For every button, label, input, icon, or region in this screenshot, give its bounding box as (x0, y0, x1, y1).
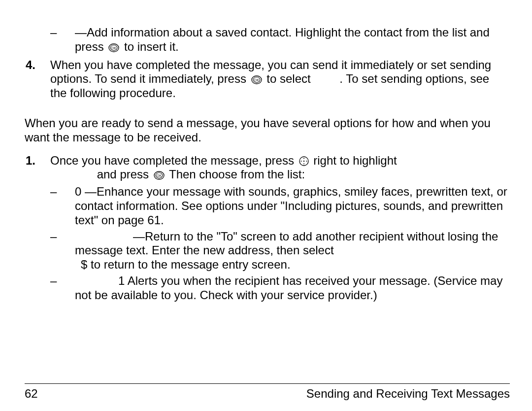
option-label: 1 (118, 274, 125, 287)
list-body: —Return to the "To" screen to add anothe… (75, 230, 507, 272)
text: and press (94, 168, 152, 181)
dash-marker: – (50, 26, 75, 40)
list-item: – —Return to the "To" screen to add anot… (50, 230, 507, 272)
svg-text:OK: OK (254, 78, 259, 82)
list-body: When you have completed the message, you… (50, 58, 507, 101)
svg-point-7 (303, 160, 304, 161)
list-item: 1. Once you have completed the message, … (25, 154, 507, 305)
ok-key-icon: OK (251, 75, 262, 84)
list-item: – —Add information about a saved contact… (50, 26, 507, 54)
page-footer: 62 Sending and Receiving Text Messages (25, 383, 510, 401)
text: to return to the message entry screen. (87, 258, 290, 271)
list-item: 4. When you have completed the message, … (25, 58, 507, 101)
dash-list: – 0 —Enhance your message with sounds, g… (50, 185, 507, 302)
svg-point-9 (303, 163, 304, 164)
list-marker: 4. (25, 58, 50, 72)
text: Then choose from the list: (166, 168, 305, 181)
page-content: – —Add information about a saved contact… (25, 26, 507, 377)
paragraph: When you are ready to send a message, yo… (25, 116, 507, 145)
list-marker: 1. (25, 154, 50, 168)
text: to select (264, 72, 314, 85)
symbol: $ (81, 258, 87, 271)
footer-rule (25, 383, 510, 384)
dash-list: – —Add information about a saved contact… (50, 26, 507, 54)
text: Once you have completed the message, pre… (50, 154, 298, 167)
ok-key-icon: OK (108, 43, 119, 52)
list-item: – 0 —Enhance your message with sounds, g… (50, 185, 507, 227)
document-page: – —Add information about a saved contact… (0, 0, 532, 411)
page-number: 62 (25, 387, 38, 401)
dash-marker: – (50, 185, 75, 199)
svg-point-10 (300, 161, 301, 162)
list-body: 0 —Enhance your message with sounds, gra… (75, 185, 507, 227)
svg-text:OK: OK (111, 46, 116, 50)
dash-marker: – (50, 274, 75, 288)
text: —Enhance your message with sounds, graph… (75, 185, 507, 227)
text: —Return to the "To" screen to add anothe… (75, 230, 498, 257)
text: right to highlight (310, 154, 397, 167)
svg-point-8 (303, 158, 304, 159)
nav-key-icon (299, 156, 309, 166)
svg-text:OK: OK (157, 174, 162, 177)
section-title: Sending and Receiving Text Messages (306, 387, 510, 401)
svg-point-11 (306, 161, 307, 162)
dash-marker: – (50, 230, 75, 244)
ok-key-icon: OK (154, 171, 165, 180)
list-item: – —Add information about a saved contact… (25, 26, 507, 56)
ordered-list-b: 1. Once you have completed the message, … (25, 154, 507, 305)
text: Alerts you when the recipient has receiv… (75, 274, 502, 302)
list-item: – 1 Alerts you when the recipient has re… (50, 274, 507, 303)
list-body: 1 Alerts you when the recipient has rece… (75, 274, 507, 303)
text: to insert it. (121, 40, 178, 53)
ordered-list-a: – —Add information about a saved contact… (25, 26, 507, 101)
list-body: Once you have completed the message, pre… (50, 154, 507, 305)
list-body: —Add information about a saved contact. … (75, 26, 507, 54)
option-label: 0 (75, 185, 81, 198)
